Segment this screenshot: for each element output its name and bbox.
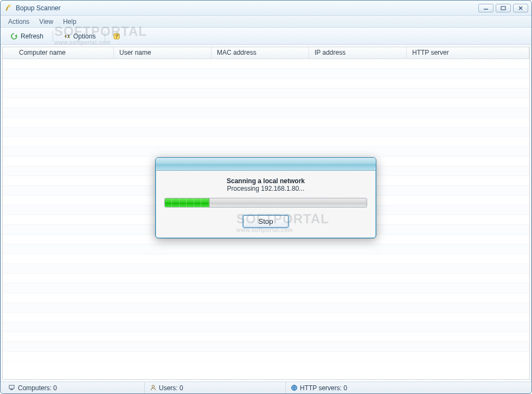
- dialog-heading: Scanning a local network: [163, 177, 368, 185]
- minimize-button[interactable]: [478, 4, 493, 12]
- table-row: [3, 283, 529, 293]
- table-row: [3, 244, 529, 254]
- table-row: [3, 274, 529, 283]
- column-computer-name[interactable]: Computer name: [3, 47, 114, 59]
- table-row: [3, 342, 529, 352]
- table-row: [3, 332, 529, 342]
- table-row: [3, 108, 529, 118]
- svg-rect-8: [10, 389, 13, 390]
- statusbar: Computers: 0 Users: 0 HTTP servers: 0: [1, 382, 531, 393]
- column-headers: Computer name User name MAC address IP a…: [3, 47, 529, 59]
- table-row: [3, 137, 529, 147]
- dialog-body: Scanning a local network Processing 192.…: [156, 171, 376, 233]
- table-row: [3, 88, 529, 98]
- svg-point-0: [8, 5, 10, 7]
- svg-rect-7: [9, 385, 14, 389]
- table-row: [3, 69, 529, 79]
- table-row: [3, 322, 529, 332]
- column-user-name[interactable]: User name: [114, 47, 211, 59]
- table-row: [3, 59, 529, 69]
- menu-actions[interactable]: Actions: [4, 17, 34, 27]
- computer-icon: [8, 384, 16, 392]
- user-icon: [149, 384, 157, 392]
- table-row: [3, 293, 529, 303]
- toolbar-separator: [53, 31, 53, 42]
- stop-button[interactable]: Stop: [243, 215, 289, 228]
- column-mac-address[interactable]: MAC address: [211, 47, 309, 59]
- dialog-titlebar[interactable]: [156, 158, 376, 171]
- table-row: [3, 127, 529, 137]
- refresh-icon: [10, 32, 18, 41]
- status-http-label: HTTP servers: 0: [300, 384, 347, 392]
- table-row: [3, 303, 529, 313]
- refresh-button[interactable]: Refresh: [5, 30, 48, 43]
- menu-help[interactable]: Help: [59, 17, 81, 27]
- status-users-label: Users: 0: [159, 384, 183, 392]
- svg-point-9: [152, 385, 154, 387]
- help-icon: ?: [112, 32, 121, 41]
- help-button[interactable]: ?: [110, 30, 124, 43]
- table-row: [3, 147, 529, 157]
- table-row: [3, 254, 529, 264]
- status-users: Users: 0: [145, 382, 286, 393]
- globe-icon: [290, 384, 298, 392]
- table-row: [3, 79, 529, 88]
- table-row: [3, 118, 529, 127]
- progress-bar: [164, 198, 367, 208]
- refresh-label: Refresh: [21, 33, 43, 40]
- options-icon: [62, 32, 71, 41]
- table-row: [3, 313, 529, 322]
- progress-fill: [165, 198, 209, 207]
- window-controls: [478, 4, 528, 12]
- table-row: [3, 264, 529, 274]
- svg-rect-2: [501, 7, 505, 10]
- menubar: Actions View Help: [1, 16, 531, 28]
- maximize-button[interactable]: [496, 4, 511, 12]
- options-label: Options: [73, 33, 95, 40]
- status-computers: Computers: 0: [4, 382, 145, 393]
- table-row: [3, 98, 529, 108]
- toolbar: Refresh Options ?: [1, 28, 531, 45]
- app-icon: [4, 4, 12, 12]
- window-title: Bopup Scanner: [16, 4, 478, 12]
- close-button[interactable]: [513, 4, 528, 12]
- svg-text:?: ?: [116, 34, 119, 39]
- scan-progress-dialog: Scanning a local network Processing 192.…: [155, 157, 376, 238]
- status-http: HTTP servers: 0: [286, 382, 528, 393]
- options-button[interactable]: Options: [57, 30, 100, 43]
- toolbar-separator: [105, 31, 105, 42]
- column-ip-address[interactable]: IP address: [309, 47, 407, 59]
- status-computers-label: Computers: 0: [18, 384, 57, 392]
- titlebar: Bopup Scanner: [1, 1, 531, 16]
- table-row: [3, 352, 529, 361]
- dialog-subtext: Processing 192.168.1.80...: [163, 185, 368, 192]
- menu-view[interactable]: View: [35, 17, 57, 27]
- column-http-server[interactable]: HTTP server: [407, 47, 529, 59]
